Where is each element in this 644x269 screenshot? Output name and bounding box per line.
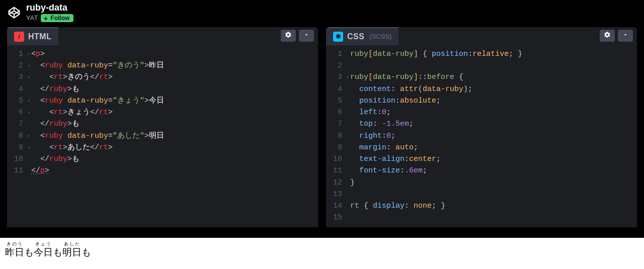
pane-header: ✱ CSS (SCSS) <box>326 27 637 45</box>
ruby-unit: きょう今日 <box>34 242 53 258</box>
html-editor-pane: / HTML 1<p>2 <ruby data-ruby="きのう">昨日3 <… <box>7 27 318 227</box>
html-code-editor[interactable]: 1<p>2 <ruby data-ruby="きのう">昨日3 <rt>きのう<… <box>7 45 318 227</box>
css-badge-icon: ✱ <box>333 32 343 42</box>
code-line[interactable]: 10 text-align:center; <box>326 153 637 165</box>
codepen-logo-icon <box>7 6 21 20</box>
code-line[interactable]: 4 content: attr(data-ruby); <box>326 83 637 95</box>
code-text: left:0; <box>347 107 391 118</box>
code-line[interactable]: 15 <box>326 212 637 223</box>
preview-content: きのう昨日も きょう今日も あした明日も <box>5 242 639 258</box>
css-tab[interactable]: ✱ CSS (SCSS) <box>326 27 398 45</box>
code-text: ruby[data-ruby]::before { <box>347 71 463 83</box>
code-line[interactable]: 11</p> <box>7 165 318 176</box>
code-line[interactable]: 8 right:0; <box>326 130 637 142</box>
settings-button[interactable] <box>281 30 296 42</box>
code-line[interactable]: 3 <rt>きのう</rt> <box>7 71 318 83</box>
code-line[interactable]: 2 <box>326 60 637 71</box>
code-text <box>347 212 350 223</box>
code-text: } <box>347 177 355 189</box>
line-number: 10 <box>7 153 28 165</box>
preview-pane: きのう昨日も きょう今日も あした明日も <box>0 238 644 269</box>
code-line[interactable]: 9 margin: auto; <box>326 142 637 153</box>
code-line[interactable]: 5 position:absolute; <box>326 95 637 107</box>
dropdown-button[interactable] <box>618 30 633 42</box>
code-line[interactable]: 13 <box>326 189 637 200</box>
line-number: 8 <box>7 130 28 142</box>
code-line[interactable]: 11 font-size:.6em; <box>326 165 637 176</box>
code-line[interactable]: 6 <rt>きょう</rt> <box>7 107 318 118</box>
code-text: right:0; <box>347 130 395 142</box>
line-number: 1 <box>326 48 347 60</box>
line-number: 2 <box>7 60 28 71</box>
code-line[interactable]: 1ruby[data-ruby] { position:relative; } <box>326 48 637 60</box>
code-text: <ruby data-ruby="あした">明日 <box>28 130 164 142</box>
code-text: position:absolute; <box>347 95 441 107</box>
line-number: 6 <box>326 107 347 118</box>
line-number: 8 <box>326 130 347 142</box>
ruby-text: あした <box>64 242 80 246</box>
pen-title: ruby-data <box>26 3 73 13</box>
code-text: </ruby>も <box>28 118 79 130</box>
code-line[interactable]: 4 </ruby>も <box>7 83 318 95</box>
preview-text: も <box>53 247 62 258</box>
code-line[interactable]: 10 </ruby>も <box>7 153 318 165</box>
settings-button[interactable] <box>600 30 615 42</box>
ruby-base: 昨日 <box>5 247 24 258</box>
css-code-editor[interactable]: 1ruby[data-ruby] { position:relative; }2… <box>326 45 637 227</box>
dropdown-button[interactable] <box>299 30 314 42</box>
preview-text: も <box>24 247 34 258</box>
line-number: 4 <box>7 83 28 95</box>
ruby-unit: あした明日 <box>62 242 82 258</box>
code-line[interactable]: 7 top: -1.5em; <box>326 118 637 130</box>
code-line[interactable]: 9 <rt>あした</rt> <box>7 142 318 153</box>
code-text: <ruby data-ruby="きょう">今日 <box>28 95 164 107</box>
gear-icon <box>285 31 292 40</box>
code-text <box>347 189 350 200</box>
follow-button[interactable]: ＋ Follow <box>41 14 73 22</box>
chevron-down-icon <box>303 32 309 39</box>
html-badge-icon: / <box>14 32 24 42</box>
ruby-base: 明日 <box>62 247 82 258</box>
code-line[interactable]: 2 <ruby data-ruby="きのう">昨日 <box>7 60 318 71</box>
line-number: 12 <box>326 177 347 189</box>
line-number: 7 <box>326 118 347 130</box>
code-line[interactable]: 6 left:0; <box>326 107 637 118</box>
line-number: 5 <box>326 95 347 107</box>
follow-label: Follow <box>50 15 69 22</box>
code-line[interactable]: 5 <ruby data-ruby="きょう">今日 <box>7 95 318 107</box>
code-line[interactable]: 1<p> <box>7 48 318 60</box>
code-text: </p> <box>28 165 49 176</box>
line-number: 3 <box>7 71 28 83</box>
code-text: top: -1.5em; <box>347 118 414 130</box>
line-number: 9 <box>7 142 28 153</box>
code-line[interactable]: 14rt { display: none; } <box>326 200 637 212</box>
code-text: <rt>きょう</rt> <box>28 107 113 118</box>
line-number: 10 <box>326 153 347 165</box>
chevron-down-icon <box>622 32 628 39</box>
code-text: rt { display: none; } <box>347 200 445 212</box>
line-number: 13 <box>326 189 347 200</box>
code-line[interactable]: 3ruby[data-ruby]::before { <box>326 71 637 83</box>
gear-icon <box>604 31 611 40</box>
code-text: margin: auto; <box>347 142 418 153</box>
html-tab[interactable]: / HTML <box>7 27 58 45</box>
lang-label: HTML <box>28 32 51 41</box>
code-text: </ruby>も <box>28 153 79 165</box>
code-text: font-size:.6em; <box>347 165 427 176</box>
code-line[interactable]: 12} <box>326 177 637 189</box>
ruby-unit: きのう昨日 <box>5 242 24 258</box>
line-number: 7 <box>7 118 28 130</box>
code-text: text-align:center; <box>347 153 441 165</box>
ruby-text: きのう <box>7 242 23 246</box>
code-line[interactable]: 8 <ruby data-ruby="あした">明日 <box>7 130 318 142</box>
line-number: 15 <box>326 212 347 223</box>
code-text: <rt>あした</rt> <box>28 142 113 153</box>
line-number: 5 <box>7 95 28 107</box>
code-text: <ruby data-ruby="きのう">昨日 <box>28 60 164 71</box>
line-number: 11 <box>326 165 347 176</box>
code-line[interactable]: 7 </ruby>も <box>7 118 318 130</box>
pen-header: ruby-data YAT ＋ Follow <box>0 0 644 27</box>
css-editor-pane: ✱ CSS (SCSS) 1ruby[data-ruby] { position… <box>326 27 637 227</box>
ruby-base: 今日 <box>34 247 53 258</box>
author-name[interactable]: YAT <box>26 14 38 22</box>
